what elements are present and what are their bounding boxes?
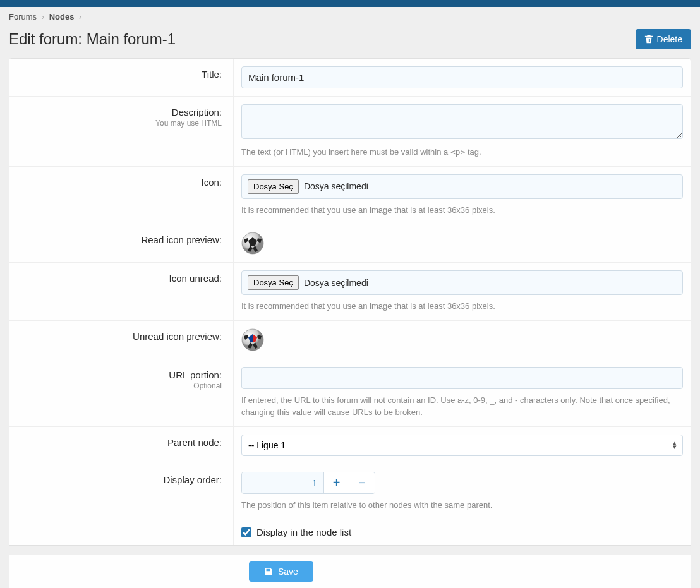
display-order-input[interactable] [242,472,324,493]
description-help: The text (or HTML) you insert here must … [241,146,683,159]
top-bar [0,0,700,7]
display-order-help: The position of this item relative to ot… [241,499,683,512]
save-button-label: Save [278,567,298,577]
icon-unread-file-status: Dosya seçilmedi [304,278,368,288]
icon-unread-file-button[interactable]: Dosya Seç [248,275,299,290]
increment-button[interactable]: + [324,472,349,493]
label-unread-preview: Unread icon preview: [9,321,234,359]
url-portion-input[interactable] [241,367,683,389]
label-display-order: Display order: [9,464,234,519]
delete-button[interactable]: Delete [636,29,691,49]
chevron-right-icon: › [79,12,81,21]
row-unread-preview: Unread icon preview: [9,320,691,359]
page-title: Edit forum: Main forum-1 [9,30,176,48]
chevron-right-icon: › [42,12,44,21]
delete-button-label: Delete [657,34,682,44]
icon-file-status: Dosya seçilmedi [304,181,368,191]
display-in-list-checkbox[interactable] [241,527,251,537]
save-bar: Save [9,555,691,584]
display-in-list-label: Display in the node list [256,527,351,537]
url-help: If entered, the URL to this forum will n… [241,394,683,419]
decrement-button[interactable]: − [349,472,375,493]
label-url-portion: URL portion: Optional [9,359,234,426]
row-display-in-list: Display in the node list [9,519,691,545]
soccer-ball-icon [241,232,264,255]
trash-icon [644,35,653,44]
row-icon-unread: Icon unread: Dosya Seç Dosya seçilmedi I… [9,262,691,320]
minus-icon: − [358,476,366,490]
breadcrumb-forums[interactable]: Forums [9,12,37,21]
row-parent-node: Parent node: -- Ligue 1 ▴▾ [9,426,691,464]
breadcrumb: Forums › Nodes › [0,7,700,27]
label-read-preview: Read icon preview: [9,224,234,262]
label-icon: Icon: [9,167,234,224]
icon-unread-file-wrap: Dosya Seç Dosya seçilmedi [241,270,683,295]
icon-file-button[interactable]: Dosya Seç [248,179,299,194]
read-icon-preview [241,232,264,255]
title-input[interactable] [241,66,683,88]
label-parent-node: Parent node: [9,427,234,464]
breadcrumb-nodes[interactable]: Nodes [49,12,75,21]
form-panel: Title: Description: You may use HTML The… [9,58,691,546]
soccer-ball-france-icon [241,328,264,351]
label-icon-unread: Icon unread: [9,263,234,320]
icon-help: It is recommended that you use an image … [241,204,683,217]
description-input[interactable] [241,104,683,139]
row-url-portion: URL portion: Optional If entered, the UR… [9,359,691,426]
parent-node-select[interactable]: -- Ligue 1 [241,435,683,456]
row-display-order: Display order: + − The position of this … [9,464,691,519]
icon-unread-help: It is recommended that you use an image … [241,300,683,313]
unread-icon-preview [241,328,264,351]
save-button[interactable]: Save [249,561,313,582]
label-title: Title: [9,59,234,96]
page-header: Edit forum: Main forum-1 Delete [0,27,700,58]
save-icon [264,567,273,576]
plus-icon: + [333,476,341,490]
icon-file-wrap: Dosya Seç Dosya seçilmedi [241,174,683,199]
row-icon: Icon: Dosya Seç Dosya seçilmedi It is re… [9,166,691,224]
row-read-preview: Read icon preview: [9,224,691,262]
row-title: Title: [9,59,691,96]
label-description: Description: You may use HTML [9,97,234,166]
display-order-group: + − [241,472,375,494]
row-description: Description: You may use HTML The text (… [9,96,691,166]
